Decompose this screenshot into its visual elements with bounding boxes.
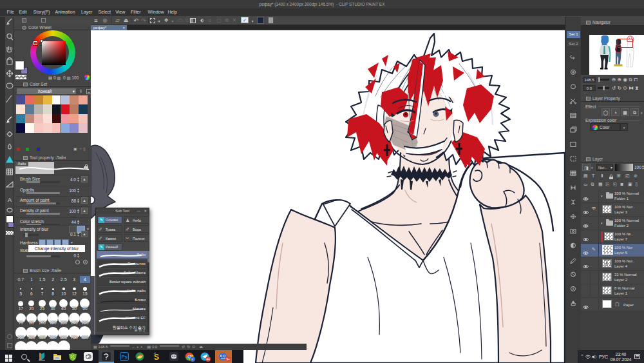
svg-text:Ps: Ps: [122, 354, 128, 360]
svg-text:A: A: [8, 197, 12, 203]
